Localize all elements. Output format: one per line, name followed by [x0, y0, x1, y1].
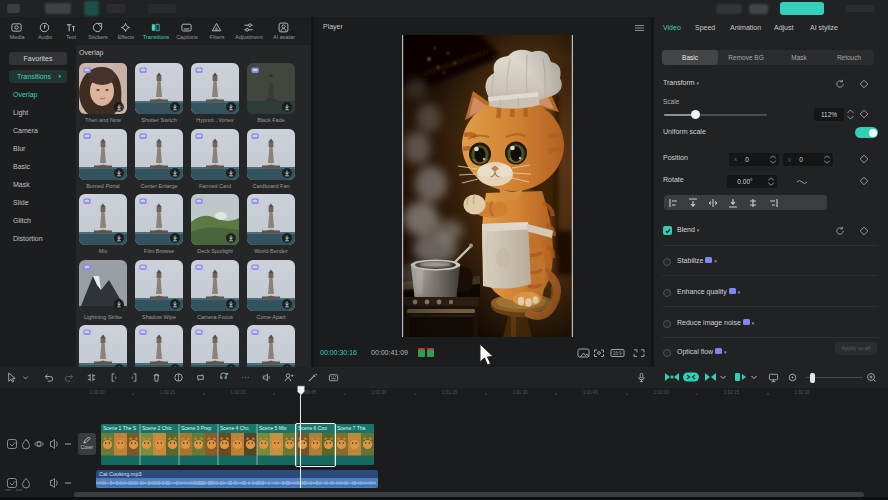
- svg-text:16:9: 16:9: [613, 351, 622, 356]
